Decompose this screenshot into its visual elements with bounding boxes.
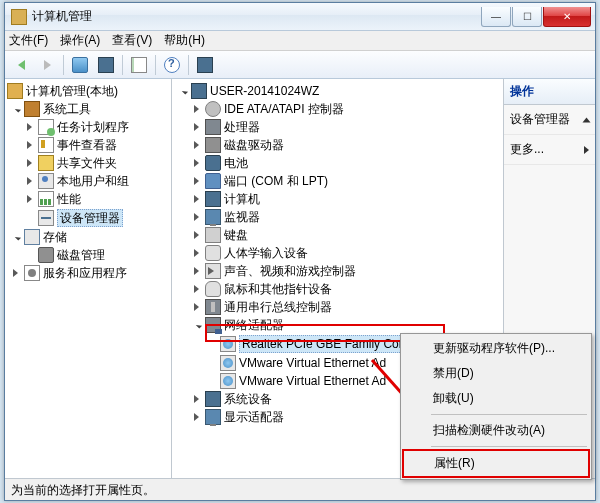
- ctx-disable[interactable]: 禁用(D): [403, 361, 589, 386]
- expander-icon[interactable]: [25, 140, 36, 151]
- event-icon: [38, 137, 54, 153]
- mgmt-icon: [7, 83, 23, 99]
- help-button[interactable]: [160, 54, 184, 76]
- menu-file[interactable]: 文件(F): [9, 32, 48, 49]
- dev-battery[interactable]: 电池: [174, 154, 503, 172]
- expander-icon[interactable]: [192, 302, 203, 313]
- forward-button[interactable]: [35, 54, 59, 76]
- actions-devmgr[interactable]: 设备管理器: [504, 105, 595, 135]
- expander-icon[interactable]: [192, 320, 203, 331]
- expander-icon[interactable]: [192, 230, 203, 241]
- computer-icon: [205, 191, 221, 207]
- dev-computer[interactable]: 计算机: [174, 190, 503, 208]
- network-icon: [205, 317, 221, 333]
- tree-services[interactable]: 服务和应用程序: [5, 264, 171, 282]
- tools-icon: [24, 101, 40, 117]
- expander-icon[interactable]: [192, 412, 203, 423]
- display-icon: [205, 409, 221, 425]
- expander-icon[interactable]: [25, 176, 36, 187]
- properties-button[interactable]: [127, 54, 151, 76]
- minimize-button[interactable]: —: [481, 7, 511, 27]
- dev-hid[interactable]: 人体学输入设备: [174, 244, 503, 262]
- tree-shared[interactable]: 共享文件夹: [5, 154, 171, 172]
- tree-eventviewer[interactable]: 事件查看器: [5, 136, 171, 154]
- tree-root[interactable]: 计算机管理(本地): [5, 82, 171, 100]
- expander-icon[interactable]: [25, 194, 36, 205]
- maximize-button[interactable]: ☐: [512, 7, 542, 27]
- back-button[interactable]: [9, 54, 33, 76]
- expander-icon[interactable]: [192, 212, 203, 223]
- ctx-scan-hardware[interactable]: 扫描检测硬件改动(A): [403, 418, 589, 443]
- separator: [155, 55, 156, 75]
- close-button[interactable]: ✕: [543, 7, 591, 27]
- users-icon: [38, 173, 54, 189]
- expander-icon[interactable]: [192, 284, 203, 295]
- menu-action[interactable]: 操作(A): [60, 32, 100, 49]
- cpu-icon: [205, 119, 221, 135]
- mouse-icon: [205, 281, 221, 297]
- scan-hw-button[interactable]: [219, 54, 243, 76]
- dev-ide[interactable]: IDE ATA/ATAPI 控制器: [174, 100, 503, 118]
- tree-scheduler[interactable]: 任务计划程序: [5, 118, 171, 136]
- adapter-icon: [220, 355, 236, 371]
- expander-icon[interactable]: [11, 268, 22, 279]
- tree-performance[interactable]: 性能: [5, 190, 171, 208]
- expander-icon[interactable]: [178, 86, 189, 97]
- expander-icon[interactable]: [192, 194, 203, 205]
- perf-icon: [38, 191, 54, 207]
- expander-icon[interactable]: [192, 104, 203, 115]
- expander-icon[interactable]: [192, 266, 203, 277]
- separator: [63, 55, 64, 75]
- window-title: 计算机管理: [32, 8, 481, 25]
- actions-header: 操作: [504, 79, 595, 105]
- expander-icon[interactable]: [25, 158, 36, 169]
- separator: [122, 55, 123, 75]
- titlebar[interactable]: 计算机管理 — ☐ ✕: [5, 3, 595, 31]
- tree-tools[interactable]: 系统工具: [5, 100, 171, 118]
- left-pane[interactable]: 计算机管理(本地) 系统工具 任务计划程序 事件查看器 共享文件夹 本地用户和组…: [5, 79, 172, 487]
- tree-diskmgmt[interactable]: 磁盘管理: [5, 246, 171, 264]
- dev-usb[interactable]: 通用串行总线控制器: [174, 298, 503, 316]
- dev-cpu[interactable]: 处理器: [174, 118, 503, 136]
- services-icon: [24, 265, 40, 281]
- diskdrive-icon: [205, 137, 221, 153]
- up-button[interactable]: [68, 54, 92, 76]
- expander-icon[interactable]: [192, 158, 203, 169]
- scheduler-icon: [38, 119, 54, 135]
- expander-icon[interactable]: [192, 176, 203, 187]
- dev-ports[interactable]: 端口 (COM 和 LPT): [174, 172, 503, 190]
- separator: [188, 55, 189, 75]
- tree-storage[interactable]: 存储: [5, 228, 171, 246]
- expander-icon[interactable]: [192, 140, 203, 151]
- tree-users[interactable]: 本地用户和组: [5, 172, 171, 190]
- share-icon: [38, 155, 54, 171]
- expander-icon[interactable]: [11, 232, 22, 243]
- usb-icon: [205, 299, 221, 315]
- menu-view[interactable]: 查看(V): [112, 32, 152, 49]
- dev-diskdrives[interactable]: 磁盘驱动器: [174, 136, 503, 154]
- expander-icon[interactable]: [192, 248, 203, 259]
- monitor-icon: [205, 209, 221, 225]
- tree-devmgr[interactable]: 设备管理器: [5, 208, 171, 228]
- dev-mouse[interactable]: 鼠标和其他指针设备: [174, 280, 503, 298]
- devmgr-icon: [38, 210, 54, 226]
- expander-icon[interactable]: [192, 122, 203, 133]
- dev-network[interactable]: 网络适配器: [174, 316, 503, 334]
- actions-more[interactable]: 更多...: [504, 135, 595, 165]
- dev-monitor[interactable]: 监视器: [174, 208, 503, 226]
- ctx-uninstall[interactable]: 卸载(U): [403, 386, 589, 411]
- dev-keyboard[interactable]: 键盘: [174, 226, 503, 244]
- ctx-properties[interactable]: 属性(R): [402, 449, 590, 478]
- show-hide-button[interactable]: [94, 54, 118, 76]
- dev-root[interactable]: USER-20141024WZ: [174, 82, 503, 100]
- battery-icon: [205, 155, 221, 171]
- ctx-update-driver[interactable]: 更新驱动程序软件(P)...: [403, 336, 589, 361]
- expander-icon[interactable]: [25, 122, 36, 133]
- dev-sound[interactable]: 声音、视频和游戏控制器: [174, 262, 503, 280]
- adapter-icon: [220, 336, 236, 352]
- scan-button[interactable]: [193, 54, 217, 76]
- menu-help[interactable]: 帮助(H): [164, 32, 205, 49]
- expander-icon[interactable]: [11, 104, 22, 115]
- expander-icon[interactable]: [192, 394, 203, 405]
- keyboard-icon: [205, 227, 221, 243]
